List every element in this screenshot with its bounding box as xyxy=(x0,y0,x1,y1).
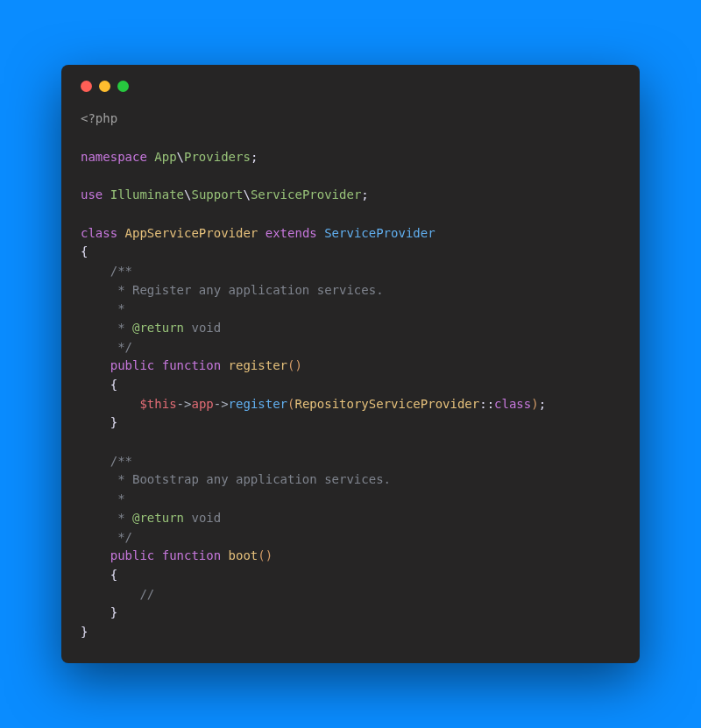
code-token: register xyxy=(221,358,287,372)
close-icon[interactable] xyxy=(81,81,92,92)
code-token: { xyxy=(81,568,117,582)
code-token: function xyxy=(154,548,221,562)
code-token: Support xyxy=(191,187,243,201)
code-token: () xyxy=(287,358,302,372)
code-token: void xyxy=(184,321,221,335)
code-token: */ xyxy=(81,340,132,354)
code-token: RepositoryServiceProvider xyxy=(294,397,479,411)
code-token xyxy=(81,587,139,601)
minimize-icon[interactable] xyxy=(99,81,110,92)
code-token xyxy=(81,548,110,562)
code-token: { xyxy=(81,378,117,392)
code-token: */ xyxy=(81,530,132,544)
code-token: :: xyxy=(479,397,494,411)
code-token: } xyxy=(81,625,88,639)
maximize-icon[interactable] xyxy=(117,81,129,92)
code-token: ) xyxy=(531,397,538,411)
code-token: * xyxy=(81,491,125,505)
code-token: class xyxy=(494,397,531,411)
code-token: ; xyxy=(251,150,258,164)
code-token: public xyxy=(110,358,155,372)
code-token: boot xyxy=(221,548,258,562)
code-token: public xyxy=(110,548,155,562)
code-token: /** xyxy=(81,264,132,278)
window-titlebar xyxy=(81,81,620,92)
code-token: // xyxy=(139,587,154,601)
code-block: <?php namespace App\Providers; use Illum… xyxy=(81,110,620,641)
code-token: -> xyxy=(214,397,229,411)
code-token: Providers xyxy=(184,150,251,164)
code-token: * xyxy=(81,511,132,525)
code-token: @return xyxy=(132,511,184,525)
code-token: extends xyxy=(258,226,316,240)
code-token: () xyxy=(258,548,273,562)
code-token: void xyxy=(184,511,221,525)
code-token: \ xyxy=(243,187,250,201)
code-token: \ xyxy=(177,150,184,164)
code-token: * Register any application services. xyxy=(81,283,384,297)
code-token: * xyxy=(81,321,132,335)
code-token: function xyxy=(154,358,221,372)
code-token: * Bootstrap any application services. xyxy=(81,472,391,486)
code-token: { xyxy=(81,244,88,258)
code-token: Illuminate xyxy=(103,187,184,201)
code-token xyxy=(81,358,110,372)
code-token: register xyxy=(229,397,287,411)
code-token xyxy=(81,397,139,411)
code-token: app xyxy=(191,397,213,411)
code-token: -> xyxy=(177,397,192,411)
code-window: <?php namespace App\Providers; use Illum… xyxy=(61,65,640,662)
code-token: } xyxy=(81,605,117,619)
code-token: ; xyxy=(361,187,368,201)
code-token: <?php xyxy=(81,111,117,125)
code-token: @return xyxy=(132,321,184,335)
code-token: } xyxy=(81,415,117,429)
code-token: use xyxy=(81,187,103,201)
code-token: $this xyxy=(139,397,176,411)
code-token: /** xyxy=(81,454,132,468)
code-token: AppServiceProvider xyxy=(117,226,258,240)
code-token: class xyxy=(81,226,117,240)
code-token: ; xyxy=(539,397,546,411)
code-token: ServiceProvider xyxy=(317,226,435,240)
code-token: namespace xyxy=(81,150,147,164)
code-token: App xyxy=(147,150,177,164)
code-token: * xyxy=(81,301,125,315)
code-token: ServiceProvider xyxy=(251,187,361,201)
